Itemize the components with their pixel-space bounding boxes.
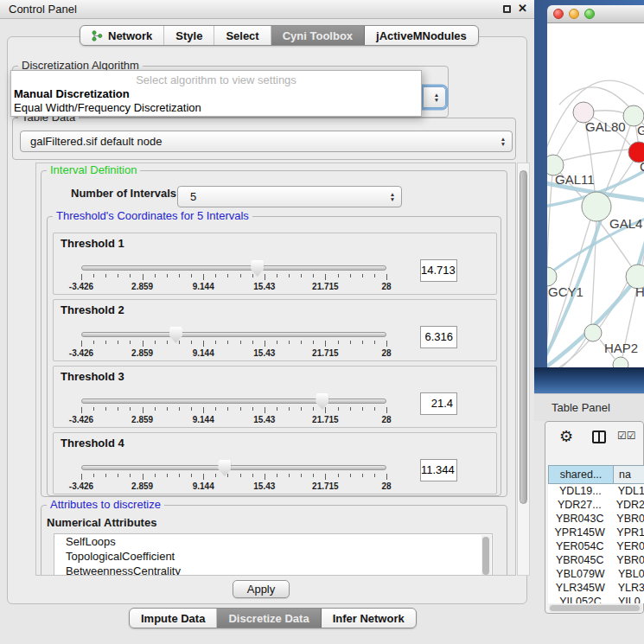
network-view-canvas[interactable]: GAL80GCGAL11GAL4GCY1HHAP2 [547,23,644,367]
cell-name[interactable]: YIL0 [613,595,641,603]
network-node[interactable] [582,192,611,221]
attribute-list-item[interactable]: BetweennessCentrality [54,564,492,576]
cell-shared-name[interactable]: YIL052C [548,595,613,603]
cell-shared-name[interactable]: YBR045C [548,553,611,567]
traffic-close-button[interactable] [553,9,564,19]
minor-tick [277,274,277,277]
node-table-body[interactable]: YDL19...YDL1YDR27...YDR2YBR043CYBR0YPR14… [548,484,644,603]
network-node[interactable] [613,357,628,367]
network-node-label[interactable]: HAP2 [604,341,638,355]
combo-value: galFiltered.sif default node [21,135,494,148]
cell-name[interactable]: YDR2 [611,498,644,512]
traffic-zoom-button[interactable] [584,9,595,19]
scrollbar-thumb[interactable] [482,537,489,575]
minor-tick [179,407,180,411]
table-row[interactable]: YER054CYER0 [548,539,644,553]
tab-select[interactable]: Select [214,26,271,45]
column-header-name[interactable]: na [613,465,644,484]
threshold-value-field[interactable]: 21.4 [420,392,457,415]
network-node-label[interactable]: C [640,159,644,174]
table-row[interactable]: YIL052CYIL0 [548,595,644,603]
table-data-combobox[interactable]: galFiltered.sif default node ▲▼ [20,131,513,152]
cell-shared-name[interactable]: YBR043C [548,512,611,526]
network-node-label[interactable]: GAL11 [555,172,595,187]
cell-shared-name[interactable]: YBL079W [548,567,613,581]
slider-track[interactable] [81,332,386,337]
slider-thumb[interactable] [169,327,182,343]
network-node-label[interactable]: GAL4 [609,216,642,231]
cell-shared-name[interactable]: YDR27... [548,498,611,512]
table-row[interactable]: YDL19...YDL1 [548,484,644,498]
tab-impute-data[interactable]: Impute Data [130,609,217,628]
table-row[interactable]: YDR27...YDR2 [548,498,644,512]
attribute-list-item[interactable]: SelfLoops [54,534,492,549]
cell-name[interactable]: YLR3 [613,581,644,595]
slider-thumb[interactable] [218,460,231,476]
cell-name[interactable]: YDL1 [613,484,644,498]
network-node-label[interactable]: GAL80 [585,119,626,134]
number-of-intervals-spinner[interactable]: 5 ▲▼ [177,186,402,207]
panel-vertical-scrollbar[interactable] [517,163,530,576]
gear-icon[interactable]: ⚙ [559,427,573,446]
traffic-minimize-button[interactable] [569,9,579,19]
attributes-list-scrollbar[interactable] [481,535,491,576]
table-horizontal-scrollbar[interactable] [549,604,642,612]
tab-cyni-toolbox[interactable]: Cyni Toolbox [271,26,365,45]
cell-name[interactable]: YER0 [611,539,644,553]
minor-tick [118,274,118,277]
network-node-label[interactable]: GCY1 [548,284,583,299]
dropdown-prompt-item[interactable]: Select algorithm to view settings [11,73,421,86]
checkboxes-icon[interactable]: ☑☑ [617,430,636,442]
float-window-icon[interactable] [503,5,511,13]
slider-track[interactable] [81,465,386,470]
tick-label: 21.715 [312,415,339,424]
apply-button[interactable]: Apply [233,580,290,598]
table-row[interactable]: YBR045CYBR0 [548,553,644,567]
minor-tick [301,274,302,277]
scrollbar-thumb[interactable] [520,170,527,504]
slider-track[interactable] [81,265,386,271]
cell-name[interactable]: YBL0 [613,567,644,581]
cell-shared-name[interactable]: YDL19... [548,484,613,498]
cell-shared-name[interactable]: YER054C [548,539,611,553]
table-row[interactable]: YBR043CYBR0 [548,512,644,526]
major-tick [203,407,204,413]
attribute-list-item[interactable]: TopologicalCoefficient [54,549,492,564]
dropdown-option-manual[interactable]: Manual Discretization [14,87,130,100]
cell-name[interactable]: YPR1 [611,526,644,539]
table-row[interactable]: YLR345WYLR3 [548,581,644,595]
numerical-attributes-list[interactable]: SelfLoopsTopologicalCoefficientBetweenne… [54,533,493,576]
dropdown-option-equal-width[interactable]: Equal Width/Frequency Discretization [14,101,201,114]
network-window-titlebar[interactable] [547,5,644,23]
cell-shared-name[interactable]: YPR145W [548,526,611,539]
threshold-value-field[interactable]: 14.713 [420,259,457,282]
top-tab-bar: Network Style Select Cyni Toolbox jActiv… [80,25,479,46]
cell-name[interactable]: YBR0 [611,512,644,526]
minor-tick [350,341,351,344]
algorithm-combobox[interactable]: ▲▼ [423,86,446,108]
slider-thumb[interactable] [316,393,328,410]
table-row[interactable]: YBL079WYBL0 [548,567,644,581]
cell-name[interactable]: YBR0 [611,553,644,567]
scrollbar-thumb[interactable] [550,605,640,611]
network-node[interactable] [584,324,602,341]
network-node-label[interactable]: H [635,284,644,299]
slider-track[interactable] [81,399,386,404]
major-tick [143,274,143,280]
column-header-shared-name[interactable]: shared... [548,465,614,484]
tab-network[interactable]: Network [80,26,164,45]
network-node-label[interactable]: G [637,123,644,137]
split-columns-icon[interactable] [592,430,606,443]
tab-discretize-data[interactable]: Discretize Data [217,609,321,628]
threshold-value-field[interactable]: 11.344 [420,459,457,481]
tab-style[interactable]: Style [164,26,214,45]
tab-jactivemnodules[interactable]: jActiveMNodules [365,26,478,45]
tab-infer-network[interactable]: Infer Network [322,609,416,628]
minor-tick [252,341,253,344]
threshold-value-field[interactable]: 6.316 [420,326,457,348]
minor-tick [130,274,131,277]
threshold-panel: Threshold 1-3.4262.8599.14415.4321.71528… [53,233,497,295]
cell-shared-name[interactable]: YLR345W [548,581,613,595]
close-icon[interactable]: ✕ [518,2,527,15]
table-row[interactable]: YPR145WYPR1 [548,526,644,539]
